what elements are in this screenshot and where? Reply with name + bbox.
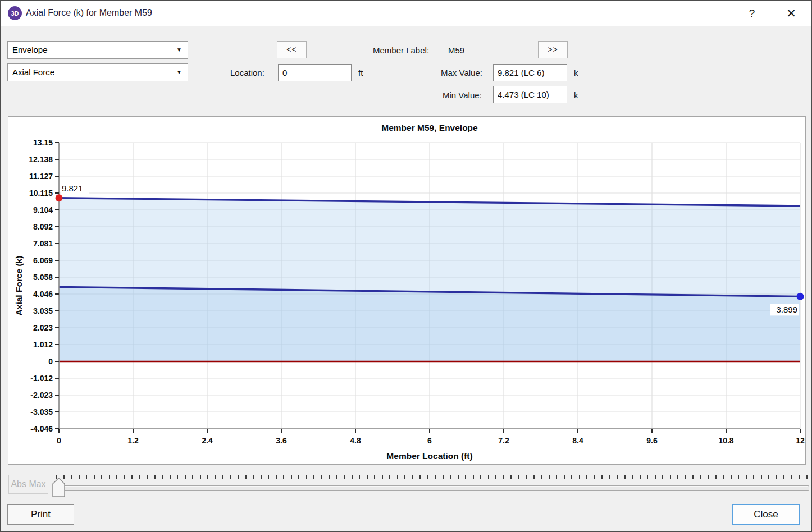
- svg-text:1.012: 1.012: [33, 340, 53, 349]
- abs-max-button: Abs Max: [8, 475, 48, 494]
- svg-text:3.899: 3.899: [776, 305, 797, 314]
- max-value-unit: k: [574, 68, 578, 77]
- max-value-input[interactable]: [493, 64, 567, 81]
- svg-text:2.023: 2.023: [33, 323, 53, 332]
- svg-text:3.6: 3.6: [276, 436, 287, 445]
- min-value-input[interactable]: [493, 86, 567, 103]
- svg-text:4.046: 4.046: [33, 290, 53, 299]
- title-bar: 3D Axial Force (k) for Member M59 ? ✕: [1, 1, 811, 26]
- result-type-dropdown[interactable]: Envelope ▼: [7, 41, 188, 59]
- svg-text:6: 6: [427, 436, 432, 445]
- svg-text:Axial Force (k): Axial Force (k): [14, 256, 24, 316]
- chart-panel: 13.1512.13811.12710.1159.1048.0927.0816.…: [8, 116, 806, 465]
- svg-text:1.2: 1.2: [127, 436, 139, 445]
- location-unit: ft: [358, 68, 363, 77]
- max-value-caption: Max Value:: [441, 68, 482, 77]
- svg-text:2.4: 2.4: [202, 436, 213, 445]
- svg-text:-4.046: -4.046: [30, 424, 53, 433]
- svg-text:6.069: 6.069: [33, 256, 53, 265]
- min-value-caption: Min Value:: [443, 90, 482, 100]
- svg-text:0: 0: [48, 357, 53, 366]
- chevron-down-icon: ▼: [176, 64, 188, 81]
- svg-text:-3.035: -3.035: [30, 407, 53, 416]
- chevron-down-icon: ▼: [176, 42, 188, 58]
- svg-text:7.081: 7.081: [33, 239, 53, 248]
- svg-text:12.138: 12.138: [29, 155, 53, 164]
- svg-text:10.8: 10.8: [718, 436, 733, 445]
- svg-text:-1.012: -1.012: [30, 374, 53, 383]
- force-type-value: Axial Force: [12, 64, 54, 81]
- location-caption: Location:: [230, 68, 264, 77]
- svg-text:9.6: 9.6: [646, 436, 658, 445]
- min-value-unit: k: [574, 90, 578, 100]
- location-input[interactable]: [278, 64, 352, 81]
- svg-text:Member Location (ft): Member Location (ft): [386, 451, 472, 461]
- dialog-window: 3D Axial Force (k) for Member M59 ? ✕ En…: [0, 0, 812, 532]
- print-button[interactable]: Print: [7, 504, 74, 525]
- svg-text:12: 12: [796, 436, 805, 445]
- svg-text:Member M59, Envelope: Member M59, Envelope: [381, 123, 478, 132]
- close-button[interactable]: Close: [732, 504, 800, 525]
- help-button[interactable]: ?: [744, 6, 760, 21]
- svg-text:11.127: 11.127: [29, 172, 53, 181]
- close-window-icon[interactable]: ✕: [783, 6, 799, 21]
- envelope-chart: 13.1512.13811.12710.1159.1048.0927.0816.…: [8, 117, 805, 464]
- location-slider-track[interactable]: [56, 485, 809, 491]
- svg-text:4.8: 4.8: [350, 436, 361, 445]
- prev-member-button[interactable]: <<: [277, 41, 307, 58]
- window-title: Axial Force (k) for Member M59: [26, 8, 152, 18]
- result-type-value: Envelope: [12, 42, 48, 58]
- svg-text:-2.023: -2.023: [30, 391, 53, 400]
- location-slider-thumb[interactable]: [52, 478, 65, 499]
- svg-text:0: 0: [57, 436, 61, 445]
- svg-text:10.115: 10.115: [29, 189, 53, 198]
- svg-text:3.035: 3.035: [33, 306, 53, 315]
- member-label-caption: Member Label:: [373, 45, 429, 55]
- control-strip: Envelope ▼ Axial Force ▼ << >> Member La…: [1, 26, 811, 116]
- slider-tick-marks: [56, 475, 808, 479]
- next-member-button[interactable]: >>: [538, 41, 568, 58]
- svg-text:7.2: 7.2: [498, 436, 509, 445]
- svg-text:9.104: 9.104: [33, 205, 53, 214]
- member-label-value: M59: [448, 45, 464, 55]
- app-3d-icon: 3D: [8, 6, 22, 20]
- svg-text:8.092: 8.092: [33, 222, 53, 231]
- svg-text:13.15: 13.15: [33, 138, 53, 147]
- svg-text:8.4: 8.4: [572, 436, 583, 445]
- svg-text:5.058: 5.058: [33, 273, 53, 282]
- force-type-dropdown[interactable]: Axial Force ▼: [7, 63, 188, 81]
- svg-text:9.821: 9.821: [62, 184, 83, 193]
